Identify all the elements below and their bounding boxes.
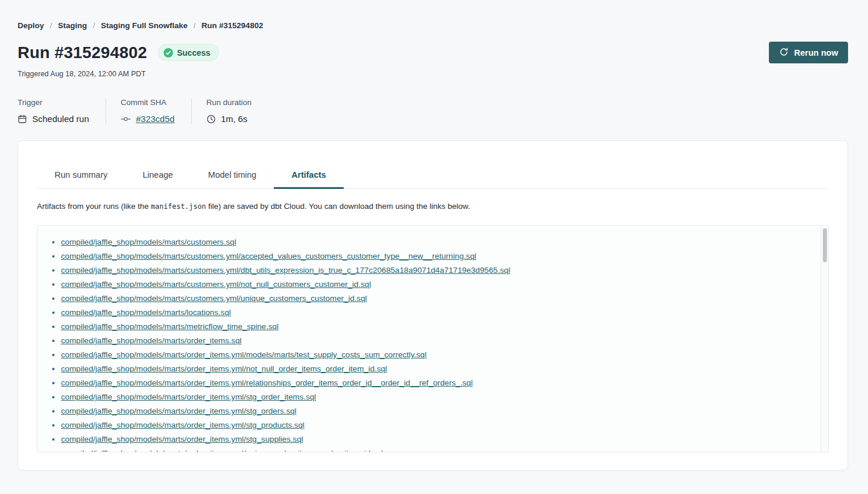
breadcrumb-staging[interactable]: Staging [58, 21, 87, 30]
breadcrumb-job[interactable]: Staging Full Snowflake [101, 21, 188, 30]
artifact-file-list-container: compiled/jaffle_shop/models/marts/custom… [37, 225, 829, 452]
list-item: compiled/jaffle_shop/models/marts/order_… [61, 390, 814, 404]
manifest-json-filename: manifest.json [151, 202, 206, 211]
header: Run #315294802 Success Rerun now [18, 42, 848, 63]
calendar-icon [18, 114, 27, 124]
list-item: compiled/jaffle_shop/models/marts/order_… [61, 446, 814, 452]
list-item: compiled/jaffle_shop/models/marts/custom… [61, 278, 814, 292]
artifacts-description-suffix: file) are saved by dbt Cloud. You can do… [206, 202, 470, 211]
meta-commit: Commit SHA #323cd5d [106, 98, 191, 124]
list-item: compiled/jaffle_shop/models/marts/order_… [61, 334, 814, 348]
check-circle-icon [164, 48, 173, 57]
artifact-file-link[interactable]: compiled/jaffle_shop/models/marts/order_… [61, 393, 316, 401]
artifact-file-link[interactable]: compiled/jaffle_shop/models/marts/order_… [61, 449, 383, 452]
breadcrumb-separator: / [194, 21, 196, 30]
list-item: compiled/jaffle_shop/models/marts/order_… [61, 404, 814, 418]
tab-artifacts[interactable]: Artifacts [274, 165, 344, 188]
artifact-file-link[interactable]: compiled/jaffle_shop/models/marts/order_… [61, 350, 426, 359]
artifacts-description: Artifacts from your runs (like the manif… [37, 202, 829, 211]
rerun-now-label: Rerun now [794, 48, 838, 57]
artifact-file-link[interactable]: compiled/jaffle_shop/models/marts/order_… [61, 435, 303, 444]
meta-duration-value: 1m, 6s [221, 114, 247, 124]
list-item: compiled/jaffle_shop/models/marts/order_… [61, 348, 814, 362]
artifact-file-link[interactable]: compiled/jaffle_shop/models/marts/order_… [61, 336, 242, 345]
tab-bar: Run summary Lineage Model timing Artifac… [37, 141, 829, 189]
clock-icon [206, 114, 216, 124]
meta-trigger-label: Trigger [18, 98, 89, 107]
breadcrumb-separator: / [93, 21, 95, 30]
artifact-file-link[interactable]: compiled/jaffle_shop/models/marts/custom… [61, 294, 367, 303]
list-item: compiled/jaffle_shop/models/marts/order_… [61, 362, 814, 376]
artifact-file-link[interactable]: compiled/jaffle_shop/models/marts/custom… [61, 238, 236, 246]
meta-duration-label: Run duration [206, 98, 252, 107]
list-item: compiled/jaffle_shop/models/marts/custom… [61, 249, 814, 263]
scrollbar-thumb[interactable] [823, 228, 827, 262]
scrollbar-track[interactable] [820, 226, 828, 452]
meta-commit-label: Commit SHA [121, 98, 175, 107]
tab-lineage[interactable]: Lineage [125, 165, 191, 188]
status-badge-label: Success [177, 48, 211, 57]
commit-sha-link[interactable]: #323cd5d [136, 114, 175, 124]
run-meta: Trigger Scheduled run Commit SHA [18, 98, 848, 124]
artifact-file-link[interactable]: compiled/jaffle_shop/models/marts/order_… [61, 378, 473, 387]
tab-model-timing[interactable]: Model timing [191, 165, 274, 188]
breadcrumb-separator: / [50, 21, 52, 30]
meta-trigger-value: Scheduled run [32, 114, 89, 124]
breadcrumb-deploy[interactable]: Deploy [18, 21, 44, 30]
artifact-file-link[interactable]: compiled/jaffle_shop/models/marts/custom… [61, 280, 371, 289]
artifact-file-link[interactable]: compiled/jaffle_shop/models/marts/locati… [61, 308, 231, 317]
rerun-now-button[interactable]: Rerun now [769, 42, 848, 63]
breadcrumb: Deploy / Staging / Staging Full Snowflak… [18, 21, 848, 30]
artifact-file-link[interactable]: compiled/jaffle_shop/models/marts/metric… [61, 322, 279, 331]
artifact-file-link[interactable]: compiled/jaffle_shop/models/marts/custom… [61, 266, 510, 275]
git-commit-icon [121, 114, 131, 124]
tab-run-summary[interactable]: Run summary [37, 165, 125, 188]
refresh-icon [779, 47, 789, 59]
artifact-file-link[interactable]: compiled/jaffle_shop/models/marts/order_… [61, 364, 387, 373]
artifact-file-link[interactable]: compiled/jaffle_shop/models/marts/order_… [61, 407, 296, 415]
list-item: compiled/jaffle_shop/models/marts/custom… [61, 263, 814, 278]
list-item: compiled/jaffle_shop/models/marts/metric… [61, 320, 814, 334]
list-item: compiled/jaffle_shop/models/marts/custom… [61, 235, 814, 249]
list-item: compiled/jaffle_shop/models/marts/locati… [61, 306, 814, 320]
run-detail-page: Deploy / Staging / Staging Full Snowflak… [0, 0, 868, 471]
meta-trigger: Trigger Scheduled run [18, 98, 106, 124]
list-item: compiled/jaffle_shop/models/marts/order_… [61, 432, 814, 446]
artifact-file-list: compiled/jaffle_shop/models/marts/custom… [38, 226, 828, 452]
artifact-file-link[interactable]: compiled/jaffle_shop/models/marts/custom… [61, 252, 476, 260]
run-detail-card: Run summary Lineage Model timing Artifac… [18, 140, 848, 471]
list-item: compiled/jaffle_shop/models/marts/order_… [61, 418, 814, 432]
list-item: compiled/jaffle_shop/models/marts/custom… [61, 292, 814, 306]
status-badge: Success [158, 44, 219, 61]
artifacts-description-prefix: Artifacts from your runs (like the [37, 202, 151, 211]
artifact-file-link[interactable]: compiled/jaffle_shop/models/marts/order_… [61, 421, 304, 429]
list-item: compiled/jaffle_shop/models/marts/order_… [61, 376, 814, 390]
breadcrumb-current-run: Run #315294802 [202, 21, 263, 30]
triggered-timestamp: Triggered Aug 18, 2024, 12:00 AM PDT [18, 70, 848, 78]
meta-duration: Run duration 1m, 6s [191, 98, 268, 124]
page-title: Run #315294802 [18, 43, 147, 62]
